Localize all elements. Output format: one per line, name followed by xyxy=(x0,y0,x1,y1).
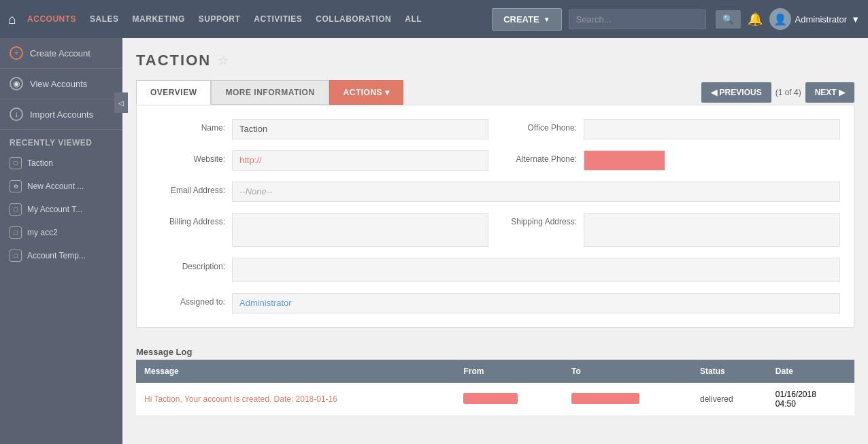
website-label: Website: xyxy=(150,150,225,164)
nav-support[interactable]: SUPPORT xyxy=(199,14,241,24)
record-nav-controls: ◀ PREVIOUS (1 of 4) NEXT ▶ xyxy=(701,82,854,103)
msg-to-cell xyxy=(563,383,692,416)
shipping-address-label: Shipping Address: xyxy=(502,213,577,226)
name-value[interactable]: Taction xyxy=(232,119,488,139)
name-label: Name: xyxy=(150,119,225,133)
search-input[interactable] xyxy=(576,14,699,24)
favorite-star-icon[interactable]: ☆ xyxy=(218,53,229,68)
tab-more-information[interactable]: MORE INFORMATION xyxy=(211,80,329,105)
alternate-phone-field: Alternate Phone: xyxy=(502,150,840,171)
table-row: Hi Taction, Your account is created. Dat… xyxy=(136,383,854,416)
to-redacted xyxy=(571,393,639,404)
recent-item-new-account-label: New Account ... xyxy=(27,182,84,191)
sidebar: + Create Account ◉ View Accounts ↓ Impor… xyxy=(0,38,122,444)
recently-viewed-section: Recently Viewed xyxy=(0,130,122,152)
page-title: TACTION xyxy=(136,52,211,69)
recent-item-account-temp[interactable]: □ Account Temp... xyxy=(0,244,122,267)
recent-item-account-temp-icon: □ xyxy=(10,250,22,262)
nav-activities[interactable]: ACTIVITIES xyxy=(254,14,302,24)
tab-overview[interactable]: OVERVIEW xyxy=(136,80,211,105)
nav-sales[interactable]: SALES xyxy=(90,14,119,24)
name-field: Name: Taction xyxy=(150,119,488,139)
main-content: TACTION ☆ OVERVIEW MORE INFORMATION ACTI… xyxy=(122,38,868,444)
description-field: Description: xyxy=(150,258,840,282)
message-link[interactable]: Hi Taction, Your account is created. Dat… xyxy=(144,394,337,404)
message-log-header: Message From To Status Date xyxy=(136,360,854,383)
nav-accounts[interactable]: ACCOUNTS xyxy=(27,14,76,24)
website-field: Website: http:// xyxy=(150,150,488,171)
tabs-row: OVERVIEW MORE INFORMATION ACTIONS ▾ ◀ PR… xyxy=(136,80,854,105)
assigned-to-label: Assigned to: xyxy=(150,293,225,307)
msg-from-cell xyxy=(455,383,563,416)
user-avatar: 👤 xyxy=(769,8,791,30)
assigned-to-field: Assigned to: Administrator xyxy=(150,293,840,313)
view-accounts-label: View Accounts xyxy=(30,79,87,89)
form-grid: Name: Taction Office Phone: Website: htt… xyxy=(150,119,840,313)
recent-item-taction[interactable]: □ Taction xyxy=(0,152,122,175)
previous-button[interactable]: ◀ PREVIOUS xyxy=(701,82,771,103)
message-log-title: Message Log xyxy=(136,341,854,360)
create-label: CREATE xyxy=(503,14,539,24)
recently-viewed-label: Recently Viewed xyxy=(10,138,93,148)
assigned-to-value[interactable]: Administrator xyxy=(232,293,840,313)
email-value[interactable]: --None-- xyxy=(232,182,840,202)
page-title-row: TACTION ☆ xyxy=(136,52,854,69)
nav-marketing[interactable]: MARKETING xyxy=(133,14,185,24)
recent-item-new-account[interactable]: ⚙ New Account ... xyxy=(0,175,122,198)
user-area[interactable]: 👤 Administrator ▼ xyxy=(769,8,860,30)
col-to: To xyxy=(563,360,692,383)
office-phone-value[interactable] xyxy=(584,119,840,139)
message-log-body: Hi Taction, Your account is created. Dat… xyxy=(136,383,854,416)
top-navigation: ⌂ ACCOUNTS SALES MARKETING SUPPORT ACTIV… xyxy=(0,0,868,38)
create-button[interactable]: CREATE ▼ xyxy=(492,8,561,31)
home-icon[interactable]: ⌂ xyxy=(8,12,16,27)
description-label: Description: xyxy=(150,258,225,271)
notifications-button[interactable]: 🔔 xyxy=(748,12,763,27)
create-account-label: Create Account xyxy=(30,48,90,58)
shipping-address-field: Shipping Address: xyxy=(502,213,840,247)
message-log-section: Message Log Message From To Status Date … xyxy=(136,341,854,416)
alternate-phone-label: Alternate Phone: xyxy=(502,150,577,164)
billing-address-value[interactable] xyxy=(232,213,488,247)
import-accounts-label: Import Accounts xyxy=(30,109,93,120)
user-dropdown-arrow: ▼ xyxy=(851,14,860,24)
next-button[interactable]: NEXT ▶ xyxy=(805,82,854,103)
recent-item-new-account-icon: ⚙ xyxy=(10,180,22,192)
sidebar-collapse-button[interactable]: ◁ xyxy=(114,92,128,113)
sidebar-create-account[interactable]: + Create Account xyxy=(0,38,122,69)
msg-date-cell: 01/16/201804:50 xyxy=(767,383,854,416)
view-accounts-icon: ◉ xyxy=(10,77,23,90)
recent-item-taction-icon: □ xyxy=(10,157,22,169)
account-form-card: Name: Taction Office Phone: Website: htt… xyxy=(136,105,854,328)
description-value[interactable] xyxy=(232,258,840,282)
col-date: Date xyxy=(767,360,854,383)
create-dropdown-arrow: ▼ xyxy=(544,16,550,23)
nav-right-controls: CREATE ▼ 🔍 🔔 👤 Administrator ▼ xyxy=(492,8,860,31)
alternate-phone-value[interactable] xyxy=(584,150,665,171)
tabs: OVERVIEW MORE INFORMATION ACTIONS ▾ xyxy=(136,80,403,105)
email-field: Email Address: --None-- xyxy=(150,182,840,202)
recent-item-account-temp-label: Account Temp... xyxy=(27,251,86,260)
recent-item-my-acc2-icon: □ xyxy=(10,226,22,239)
sidebar-view-accounts[interactable]: ◉ View Accounts xyxy=(0,69,122,99)
record-count: (1 of 4) xyxy=(775,88,801,97)
sidebar-import-accounts[interactable]: ↓ Import Accounts xyxy=(0,99,122,130)
recent-item-my-acc2[interactable]: □ my acc2 xyxy=(0,221,122,244)
col-status: Status xyxy=(692,360,767,383)
from-redacted xyxy=(463,393,518,404)
admin-label: Administrator xyxy=(795,14,848,24)
create-account-icon: + xyxy=(10,46,23,60)
search-button[interactable]: 🔍 xyxy=(716,10,741,29)
message-log-table: Message From To Status Date Hi Taction, … xyxy=(136,360,854,416)
billing-address-field: Billing Address: xyxy=(150,213,488,247)
nav-all[interactable]: ALL xyxy=(405,14,422,24)
website-value[interactable]: http:// xyxy=(232,150,488,171)
nav-collaboration[interactable]: COLLABORATION xyxy=(316,14,391,24)
tab-actions[interactable]: ACTIONS ▾ xyxy=(329,80,404,105)
recent-item-taction-label: Taction xyxy=(27,158,53,168)
nav-links: ACCOUNTS SALES MARKETING SUPPORT ACTIVIT… xyxy=(27,14,492,24)
msg-message-cell: Hi Taction, Your account is created. Dat… xyxy=(136,383,455,416)
office-phone-field: Office Phone: xyxy=(502,119,840,139)
recent-item-my-account-t[interactable]: □ My Account T... xyxy=(0,198,122,221)
shipping-address-value[interactable] xyxy=(584,213,840,247)
